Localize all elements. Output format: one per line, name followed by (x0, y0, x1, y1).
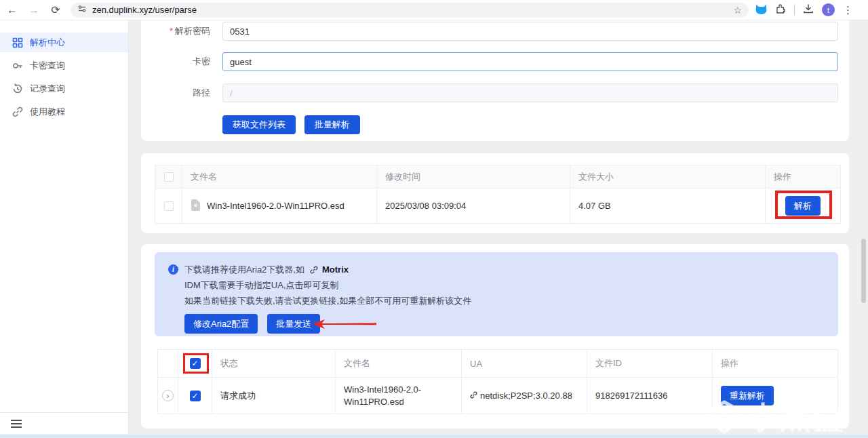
file-list-card: 文件名 修改时间 文件大小 操作 Win3-Intel1960-2.0-Win1… (141, 153, 849, 233)
main-content: *解析密码 卡密 路径 获取文件列表 批量解析 (129, 20, 868, 438)
col-header-filename: 文件名 (336, 350, 462, 377)
highlight-box-checkbox (183, 353, 209, 374)
select-all-checkbox[interactable] (164, 172, 174, 182)
link-icon (12, 106, 23, 117)
parse-password-input[interactable] (222, 22, 838, 41)
info-icon: i (168, 264, 178, 275)
forward-icon[interactable]: → (24, 2, 43, 18)
ua-link-icon (470, 391, 477, 401)
file-name: Win3-Intel1960-2.0-Win11PRO.esd (207, 201, 344, 211)
sidebar-item-label: 记录查询 (30, 83, 65, 95)
address-bar[interactable]: zen.duplink.xyz/user/parse ☆ (71, 3, 749, 18)
browser-toolbar: ← → ⟳ zen.duplink.xyz/user/parse ☆ (0, 0, 868, 20)
history-icon (12, 83, 23, 94)
download-info-alert: i 下载请推荐使用Aria2下载器,如 Motrix IDM下载需要手动指定UA… (155, 252, 838, 336)
col-header-action: 操作 (766, 165, 840, 188)
field-label-card: 卡密 (141, 52, 210, 71)
required-mark: * (170, 26, 173, 36)
sidebar: 解析中心 卡密查询 记录查询 (0, 20, 129, 434)
highlight-box-parse (775, 191, 832, 219)
motrix-link[interactable]: Motrix (322, 262, 349, 277)
result-table: ✓ 状态 文件名 UA 文件ID 操作 › ✓ 请求成功 (157, 349, 838, 414)
sidebar-item-label: 卡密查询 (30, 60, 65, 72)
aria2-config-button[interactable]: 修改Aria2配置 (184, 314, 258, 334)
row-checkbox[interactable] (164, 201, 174, 211)
result-ua[interactable]: netdisk;P2SP;3.0.20.88 (480, 391, 572, 401)
field-label-password: *解析密码 (141, 22, 210, 41)
col-header-modified: 修改时间 (377, 165, 570, 188)
result-filename: Win3-Intel1960-2.0-Win11PRO.esd (344, 384, 453, 408)
reload-icon[interactable]: ⟳ (46, 2, 65, 18)
file-table: 文件名 修改时间 文件大小 操作 Win3-Intel1960-2.0-Win1… (155, 165, 841, 224)
collapse-menu-icon[interactable] (11, 420, 22, 428)
col-header-filename: 文件名 (182, 165, 377, 188)
reparse-button[interactable]: 重新解析 (721, 386, 774, 405)
path-input (222, 83, 838, 102)
sidebar-footer (0, 412, 128, 434)
alert-line3: 如果当前链接下载失败,请尝试更换链接,如果全部不可用可重新解析该文件 (184, 293, 471, 308)
sidebar-item-record-query[interactable]: 记录查询 (0, 79, 128, 98)
result-status: 请求成功 (212, 378, 336, 414)
downloads-icon[interactable] (803, 3, 814, 16)
alert-line1: 下载请推荐使用Aria2下载器,如 (184, 262, 304, 277)
profile-avatar[interactable]: t (822, 3, 835, 16)
browser-menu-icon[interactable]: ⋮ (843, 4, 853, 16)
sidebar-item-tutorial[interactable]: 使用教程 (0, 102, 128, 121)
scrollbar-thumb[interactable] (861, 239, 866, 303)
file-size: 4.07 GB (570, 188, 766, 223)
col-header-size: 文件大小 (570, 165, 766, 188)
page-body: 解析中心 卡密查询 记录查询 (0, 20, 868, 438)
sidebar-item-label: 使用教程 (30, 106, 65, 118)
table-row: Win3-Intel1960-2.0-Win11PRO.esd 2025/03/… (155, 188, 840, 224)
sidebar-item-label: 解析中心 (30, 37, 65, 49)
col-header-fileid: 文件ID (587, 350, 713, 377)
row-checkbox[interactable]: ✓ (190, 391, 201, 401)
grid-icon (12, 37, 23, 48)
card-key-input[interactable] (222, 52, 838, 71)
back-icon[interactable]: ← (3, 2, 22, 18)
file-icon (191, 199, 201, 213)
window-bottom-edge (0, 435, 868, 438)
parse-form-card: *解析密码 卡密 路径 获取文件列表 批量解析 (141, 20, 849, 141)
table-row: › ✓ 请求成功 Win3-Intel1960-2.0-Win11PRO.esd (158, 378, 837, 414)
annotation-arrow (312, 319, 377, 332)
toolbar-divider (794, 5, 795, 16)
key-icon (12, 60, 23, 71)
expand-row-icon[interactable]: › (162, 390, 174, 401)
alert-line2[interactable]: IDM下载需要手动指定UA,点击即可复制 (184, 277, 339, 293)
sidebar-item-parse-center[interactable]: 解析中心 (0, 33, 128, 52)
col-header-action: 操作 (713, 350, 837, 377)
bookmark-star-icon[interactable]: ☆ (733, 5, 742, 16)
col-header-ua: UA (462, 350, 587, 377)
result-file-id: 918269172111636 (587, 378, 713, 414)
get-file-list-button[interactable]: 获取文件列表 (222, 115, 296, 134)
motrix-link-icon (310, 266, 318, 274)
batch-parse-button[interactable]: 批量解析 (304, 115, 360, 134)
extensions-puzzle-icon[interactable] (775, 3, 786, 16)
browser-window: ← → ⟳ zen.duplink.xyz/user/parse ☆ (0, 0, 868, 438)
url-text[interactable]: zen.duplink.xyz/user/parse (92, 5, 733, 15)
cat-extension-icon[interactable] (755, 4, 767, 16)
download-result-card: i 下载请推荐使用Aria2下载器,如 Motrix IDM下载需要手动指定UA… (141, 244, 849, 429)
field-label-path: 路径 (141, 83, 210, 102)
col-header-status: 状态 (212, 350, 336, 377)
site-info-icon[interactable] (77, 4, 87, 16)
file-modified: 2025/03/08 03:09:04 (377, 188, 570, 223)
sidebar-item-card-query[interactable]: 卡密查询 (0, 56, 128, 75)
